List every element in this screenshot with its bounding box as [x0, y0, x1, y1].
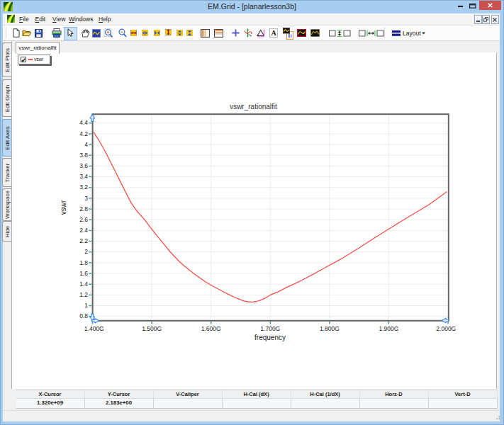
svg-text:A: A	[271, 29, 276, 37]
